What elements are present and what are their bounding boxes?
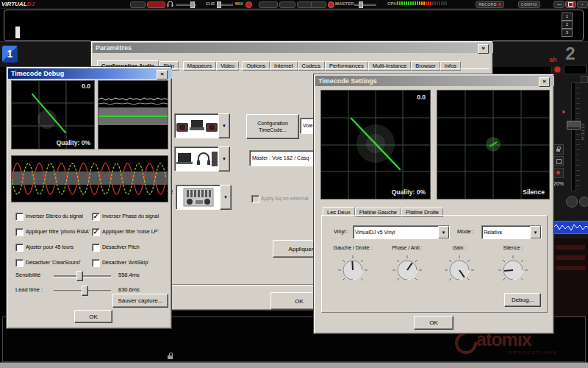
debug-ok-label: OK — [89, 314, 98, 320]
parametres-close-button[interactable]: × — [478, 44, 489, 54]
beat-marker — [15, 26, 20, 38]
inverser-stereo-checkbox[interactable] — [15, 213, 24, 221]
app-logo: VIRTUALDJ — [1, 1, 35, 7]
logo-dj-text: DJ — [27, 1, 35, 7]
desactiver-clearsound-label: Désactiver 'ClearSound' — [26, 260, 81, 265]
input-image-select[interactable] — [174, 113, 220, 138]
input-select-arrow[interactable]: ▼ — [218, 113, 230, 138]
timecode-debug-titlebar[interactable]: Timecode Debug — [8, 68, 172, 79]
overlay-button-1[interactable]: 1 — [562, 13, 573, 21]
sauver-capture-button[interactable]: Sauver capture... — [112, 294, 168, 308]
sensibilite-thumb[interactable] — [76, 271, 83, 281]
phase-anti-knob[interactable] — [391, 254, 423, 286]
sensibilite-label: Sensibilité — [15, 272, 40, 278]
inverser-stereo-label: Inverser Stéréo du signal — [26, 213, 83, 219]
master-speaker-icon — [328, 1, 334, 8]
lock-button[interactable] — [553, 144, 564, 155]
rec-cue-button[interactable] — [553, 168, 564, 178]
parametres-titlebar[interactable]: Paramètres — [93, 43, 493, 53]
apply-eq-checkbox[interactable] — [251, 195, 259, 203]
deck2-number: 2 — [565, 43, 575, 63]
option-pill-4[interactable] — [311, 1, 326, 8]
desactiver-antiskip-label: Désactiver 'AntiSkip' — [102, 260, 148, 265]
overlay-button-2[interactable]: 2 — [562, 21, 573, 29]
master-label: MASTER — [335, 1, 354, 6]
debug-waveform-panel — [11, 155, 168, 202]
leadtime-thumb[interactable] — [82, 286, 88, 296]
eq-knob-hi[interactable] — [566, 196, 578, 208]
stop-icon — [556, 159, 562, 164]
settings-ok-button[interactable]: OK — [414, 316, 453, 330]
cpu-meter — [397, 1, 447, 5]
overlay-button-3[interactable]: 3 — [562, 29, 573, 37]
debug-signal-panel — [98, 80, 168, 149]
deck2-position-bar[interactable] — [553, 221, 588, 234]
parametres-ok-label: OK — [295, 298, 304, 305]
filtre-noise-checkbox[interactable]: ✓ — [92, 228, 100, 236]
tool-button[interactable] — [147, 1, 165, 8]
pitch-slider-track[interactable] — [571, 82, 576, 191]
record-button[interactable]: RECORD — [476, 1, 504, 8]
leadtime-value: 630.6ms — [118, 286, 140, 293]
timecode-debug-close-button[interactable]: × — [157, 70, 168, 79]
cue-knob-icon[interactable] — [245, 1, 252, 8]
soundcard-image-select[interactable] — [176, 185, 221, 210]
desactiver-antiskip-checkbox[interactable] — [92, 259, 100, 267]
effect-row[interactable] — [556, 255, 585, 260]
pitch-slider-handle[interactable] — [567, 121, 581, 130]
cue-mix-thumb[interactable] — [217, 1, 221, 8]
effects-panel — [553, 237, 588, 316]
vinyl-select[interactable]: VirtualDJ v5 Vinyl ▼ — [353, 225, 450, 239]
net-button[interactable] — [130, 1, 146, 8]
debug-ok-button[interactable]: OK — [74, 310, 112, 323]
gauche-droite-knob[interactable] — [337, 254, 369, 286]
lock-shackle — [557, 146, 561, 149]
stop-button[interactable] — [553, 156, 564, 166]
mode-value: Relative — [482, 230, 530, 235]
ajuster-45-checkbox[interactable] — [15, 244, 24, 252]
mix-label: MIX — [235, 1, 243, 6]
timecode-settings-titlebar[interactable]: Timecode Settings — [315, 76, 554, 86]
scope-value: 0.0 — [82, 82, 90, 90]
scope-quality: Quality: 0% — [392, 188, 426, 196]
mode-select[interactable]: Relative ▼ — [481, 225, 542, 239]
inverser-phase-checkbox[interactable]: ✓ — [92, 213, 100, 221]
option-pill-2[interactable] — [279, 1, 295, 8]
output-select-arrow[interactable]: ▼ — [218, 146, 230, 171]
effect-row[interactable] — [556, 266, 585, 270]
timecode-settings-dialog: Timecode Settings × 0.0 Quality: 0% — [313, 74, 554, 334]
desactiver-pitch-label: Désactiver Pitch — [102, 244, 140, 250]
desactiver-pitch-checkbox[interactable] — [92, 244, 100, 252]
master-volume-slider[interactable] — [354, 4, 376, 6]
config-button[interactable]: CONFIG — [518, 1, 540, 8]
output-image-select[interactable] — [174, 146, 220, 171]
timecode-settings-close-button[interactable]: × — [539, 77, 550, 87]
timecode-debug-dialog: Timecode Debug × 0.0 Quality: 0% — [6, 66, 172, 329]
rec-dot-icon — [556, 171, 560, 174]
filtre-riaa-checkbox[interactable] — [15, 228, 24, 236]
minimize-button[interactable] — [553, 1, 564, 8]
desactiver-clearsound-checkbox[interactable] — [15, 259, 24, 267]
master-volume-thumb[interactable] — [359, 1, 363, 8]
effect-row[interactable] — [556, 245, 585, 250]
silence-knob[interactable] — [497, 254, 529, 286]
configuration-timecode-button[interactable]: Configuration TimeCode... — [246, 114, 299, 139]
scope-quality: Quality: 0% — [57, 139, 90, 146]
eq-knob-mid[interactable] — [579, 197, 588, 207]
deck2-led — [555, 67, 560, 72]
configuration-timecode-line2: TimeCode... — [259, 127, 287, 133]
debug-button[interactable]: Debug... — [504, 293, 541, 307]
option-pill-1[interactable] — [259, 1, 278, 8]
mode-dropdown-icon[interactable]: ▼ — [530, 226, 541, 238]
pitch-minus-button[interactable] — [581, 76, 588, 83]
gain-knob[interactable] — [443, 254, 476, 286]
close-app-button[interactable]: × — [577, 1, 588, 8]
vinyl-dropdown-icon[interactable]: ▼ — [438, 226, 449, 238]
scope-value: 0.0 — [417, 93, 426, 101]
maximize-button[interactable] — [565, 1, 576, 8]
settings-right-scope: Silence — [437, 90, 550, 199]
settings-tab-page: Vinyl : VirtualDJ v5 Vinyl ▼ Mode : Rela… — [321, 215, 548, 313]
checkmark: ✓ — [93, 213, 99, 220]
soundcard-select-arrow[interactable]: ▼ — [220, 185, 232, 210]
headphone-volume-thumb[interactable] — [190, 1, 195, 8]
